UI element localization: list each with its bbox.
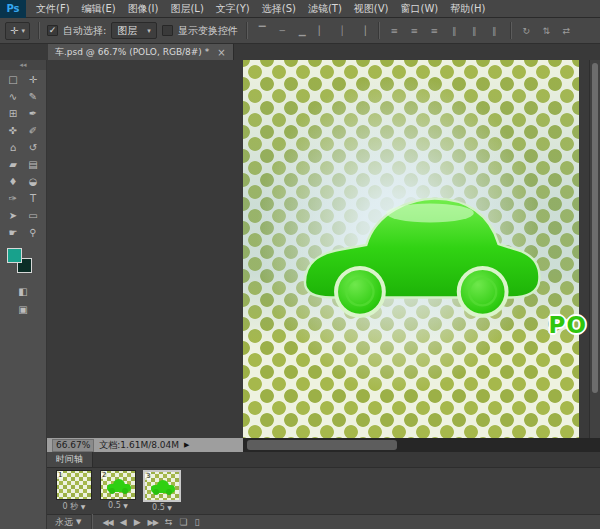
align-bottom-edges-icon[interactable]: ▁	[295, 23, 310, 39]
delete-frame-button[interactable]: ▯	[194, 517, 199, 527]
timeline-panel: 时间轴 1 0 秒 ▼ 2 0.5 ▼ 3	[47, 452, 600, 529]
distribute-right-icon[interactable]: ∥	[487, 23, 502, 39]
auto-select-checkbox[interactable]: ✓	[47, 25, 58, 36]
color-swatches	[0, 246, 46, 282]
distribute-left-icon[interactable]: ∥	[447, 23, 462, 39]
menu-image[interactable]: 图像(I)	[122, 0, 165, 18]
loop-count-value: 永远	[55, 516, 73, 529]
car-rear-wheel	[336, 268, 384, 316]
menu-type[interactable]: 文字(Y)	[210, 0, 256, 18]
chevron-down-icon: ▼	[167, 504, 172, 511]
path-selection-tool[interactable]: ➤	[3, 207, 23, 224]
hand-tool[interactable]: ☛	[3, 224, 23, 241]
frame-delay-value: 0.5	[152, 503, 165, 512]
menu-edit[interactable]: 编辑(E)	[76, 0, 122, 18]
healing-brush-tool[interactable]: ✜	[3, 122, 23, 139]
timeline-controls: 永远 ▼ ◀◀ ◀ ▶ ▶▶ ⇆ ❏ ▯	[47, 514, 600, 529]
frame-thumbnail[interactable]: 2	[100, 470, 136, 500]
divider	[91, 514, 92, 529]
first-frame-button[interactable]: ◀◀	[102, 518, 112, 527]
tool-preset-picker[interactable]: ✛ ▾	[5, 22, 30, 40]
tools-panel: ◂◂ □ ✛ ∿ ✎ ⊞ ✒ ✜ ✐ ⌂ ↺ ▰ ▤ ♦ ◒ ✑ T ➤ ▭ ☛…	[0, 60, 47, 529]
shape-tool[interactable]: ▭	[23, 207, 43, 224]
document-tab-bar: 车.psd @ 66.7% (POLO, RGB/8#) * ×	[0, 44, 600, 60]
screen-mode-button[interactable]: ▣	[18, 302, 27, 316]
frame-delay-value: 0 秒	[63, 502, 79, 511]
clone-stamp-tool[interactable]: ⌂	[3, 139, 23, 156]
move-tool[interactable]: ✛	[23, 71, 43, 88]
3d-rotate-icon[interactable]: ↻	[519, 23, 534, 39]
rectangular-marquee-tool[interactable]: □	[3, 71, 23, 88]
frame-delay-value: 0.5	[108, 501, 121, 510]
zoom-level-field[interactable]: 66.67%	[52, 439, 94, 452]
foreground-color-swatch[interactable]	[7, 248, 22, 263]
dodge-tool[interactable]: ◒	[23, 173, 43, 190]
status-bar: 66.67% 文档:1.61M/8.04M ▶	[47, 438, 600, 452]
gradient-tool[interactable]: ▤	[23, 156, 43, 173]
frame-thumbnail[interactable]: 3	[143, 470, 181, 502]
eyedropper-tool[interactable]: ✒	[23, 105, 43, 122]
auto-select-target-dropdown[interactable]: 图层 ▾	[111, 22, 157, 39]
frame-delay-selector[interactable]: 0 秒 ▼	[54, 501, 94, 512]
quick-mask-button[interactable]: ◧	[18, 284, 27, 298]
frame-delay-selector[interactable]: 0.5 ▼	[142, 503, 182, 512]
previous-frame-button[interactable]: ◀	[120, 517, 127, 527]
3d-drag-icon[interactable]: ⇄	[559, 23, 574, 39]
chevron-down-icon: ▼	[76, 518, 81, 526]
distribute-center-icon[interactable]: ∥	[467, 23, 482, 39]
vertical-scrollbar[interactable]	[589, 60, 600, 438]
type-tool[interactable]: T	[23, 190, 43, 207]
menu-file[interactable]: 文件(F)	[30, 0, 76, 18]
distribute-vertical-icon[interactable]: ≡	[407, 23, 422, 39]
play-button[interactable]: ▶	[134, 517, 141, 527]
menu-window[interactable]: 窗口(W)	[394, 0, 444, 18]
align-right-edges-icon[interactable]: ▕	[355, 23, 370, 39]
align-top-edges-icon[interactable]: ▔	[255, 23, 270, 39]
menu-filter[interactable]: 滤镜(T)	[302, 0, 348, 18]
divider	[510, 22, 511, 39]
mini-car-graphic	[107, 484, 131, 492]
menu-layer[interactable]: 图层(L)	[164, 0, 209, 18]
horizontal-scrollbar-thumb[interactable]	[247, 440, 397, 450]
distribute-bottom-icon[interactable]: ≡	[427, 23, 442, 39]
3d-roll-icon[interactable]: ⇅	[539, 23, 554, 39]
close-icon[interactable]: ×	[217, 47, 225, 58]
animation-frame-3-selected[interactable]: 3 0.5 ▼	[142, 470, 182, 512]
align-left-edges-icon[interactable]: ▏	[315, 23, 330, 39]
status-flyout-icon[interactable]: ▶	[184, 441, 189, 449]
canvas-area[interactable]: PO	[47, 60, 600, 438]
distribute-top-icon[interactable]: ≡	[387, 23, 402, 39]
chevron-down-icon: ▾	[147, 27, 151, 35]
animation-frame-2[interactable]: 2 0.5 ▼	[98, 470, 138, 510]
loop-count-dropdown[interactable]: 永远 ▼	[55, 516, 81, 529]
auto-select-target-value: 图层	[117, 24, 137, 38]
next-frame-button[interactable]: ▶▶	[148, 518, 158, 527]
document-title: 车.psd @ 66.7% (POLO, RGB/8#) *	[55, 46, 209, 59]
frame-delay-selector[interactable]: 0.5 ▼	[98, 501, 138, 510]
document-tab[interactable]: 车.psd @ 66.7% (POLO, RGB/8#) * ×	[48, 44, 234, 60]
quick-selection-tool[interactable]: ✎	[23, 88, 43, 105]
menu-select[interactable]: 选择(S)	[256, 0, 302, 18]
zoom-tool[interactable]: ⚲	[23, 224, 43, 241]
animation-frame-1[interactable]: 1 0 秒 ▼	[54, 470, 94, 512]
vertical-scrollbar-thumb[interactable]	[592, 63, 598, 393]
duplicate-frame-button[interactable]: ❏	[179, 517, 187, 527]
align-vertical-centers-icon[interactable]: ─	[275, 23, 290, 39]
pen-tool[interactable]: ✑	[3, 190, 23, 207]
blur-tool[interactable]: ♦	[3, 173, 23, 190]
tab-timeline[interactable]: 时间轴	[47, 452, 93, 467]
eraser-tool[interactable]: ▰	[3, 156, 23, 173]
frame-thumbnail[interactable]: 1	[56, 470, 92, 500]
brush-tool[interactable]: ✐	[23, 122, 43, 139]
toolbar-collapse-button[interactable]: ◂◂	[0, 60, 46, 70]
show-transform-checkbox[interactable]	[162, 25, 173, 36]
align-horizontal-centers-icon[interactable]: │	[335, 23, 350, 39]
crop-tool[interactable]: ⊞	[3, 105, 23, 122]
document-image[interactable]: PO	[243, 60, 579, 438]
horizontal-scrollbar[interactable]	[243, 438, 600, 452]
lasso-tool[interactable]: ∿	[3, 88, 23, 105]
menu-view[interactable]: 视图(V)	[348, 0, 395, 18]
history-brush-tool[interactable]: ↺	[23, 139, 43, 156]
menu-help[interactable]: 帮助(H)	[444, 0, 491, 18]
tween-button[interactable]: ⇆	[165, 517, 173, 527]
